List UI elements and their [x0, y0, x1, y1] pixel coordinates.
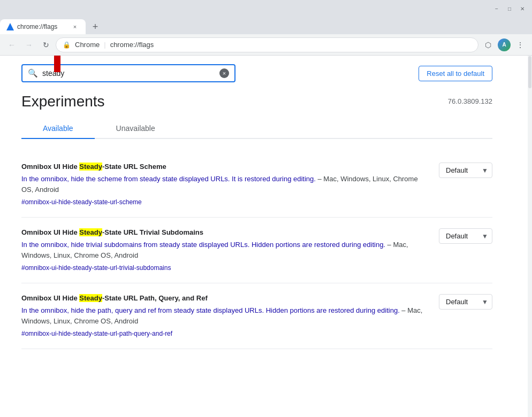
secure-icon: 🔒: [63, 41, 71, 49]
flag-title: Omnibox UI Hide Steady-State URL Scheme: [21, 163, 428, 171]
maximize-button[interactable]: □: [504, 3, 515, 14]
flag-title-highlight: Steady: [79, 163, 102, 171]
scrollbar-thumb[interactable]: [528, 56, 531, 88]
flag-item: Omnibox UI Hide Steady-State URL Path, Q…: [21, 283, 492, 349]
tabs-row: Available Unavailable: [21, 119, 492, 139]
flag-control: Default Enabled Disabled ▼: [439, 163, 492, 178]
tab-favicon-icon: [6, 23, 14, 30]
flag-desc-blue: In the omnibox, hide trivial subdomains …: [21, 241, 385, 249]
flag-description: In the omnibox, hide trivial subdomains …: [21, 240, 428, 260]
arrow-shaft: [54, 56, 60, 72]
red-arrow-annotation: [51, 56, 64, 72]
menu-icon: ⋮: [516, 41, 524, 49]
extensions-icon: ⬡: [485, 41, 491, 49]
flag-control: Default Enabled Disabled ▼: [439, 294, 492, 310]
forward-button[interactable]: →: [21, 37, 36, 52]
flag-desc-blue: In the omnibox, hide the scheme from ste…: [21, 175, 316, 183]
clear-search-button[interactable]: ×: [219, 68, 229, 78]
omnibox[interactable]: 🔒 Chrome | chrome://flags: [56, 37, 478, 52]
active-tab[interactable]: chrome://flags ×: [0, 19, 86, 34]
page-title: Experiments: [21, 93, 105, 110]
flag-description: In the omnibox, hide the path, query and…: [21, 305, 428, 326]
flag-title: Omnibox UI Hide Steady-State URL Trivial…: [21, 228, 428, 236]
flag-link[interactable]: #omnibox-ui-hide-steady-state-url-trivia…: [21, 264, 171, 272]
search-row: 🔍 × Reset all to default: [21, 64, 492, 82]
tab-bar: chrome://flags × +: [0, 17, 532, 34]
flag-dropdown[interactable]: Default Enabled Disabled: [439, 228, 492, 244]
dropdown-wrap: Default Enabled Disabled ▼: [439, 228, 492, 244]
new-tab-button[interactable]: +: [88, 19, 103, 34]
tab-title: chrome://flags: [17, 23, 67, 30]
tab-available[interactable]: Available: [21, 119, 95, 139]
avatar: A: [498, 38, 511, 51]
flag-title-suffix: -State URL Trivial Subdomains: [102, 228, 203, 236]
flag-item: Omnibox UI Hide Steady-State URL Trivial…: [21, 218, 492, 283]
scrollbar[interactable]: [528, 56, 532, 417]
nav-actions: ⬡ A ⋮: [481, 37, 528, 52]
flag-link[interactable]: #omnibox-ui-hide-steady-state-url-path-q…: [21, 330, 172, 337]
tab-unavailable[interactable]: Unavailable: [95, 119, 177, 139]
extensions-button[interactable]: ⬡: [481, 37, 496, 52]
version-text: 76.0.3809.132: [448, 97, 492, 105]
window-controls: − □ ✕: [491, 3, 528, 14]
back-button[interactable]: ←: [4, 37, 19, 52]
search-container: 🔍 ×: [21, 64, 235, 82]
flag-dropdown[interactable]: Default Enabled Disabled: [439, 294, 492, 310]
flag-info: Omnibox UI Hide Steady-State URL Path, Q…: [21, 294, 428, 338]
omnibox-divider: |: [104, 41, 105, 49]
dropdown-wrap: Default Enabled Disabled ▼: [439, 294, 492, 310]
flag-item: Omnibox UI Hide Steady-State URL Scheme …: [21, 152, 492, 218]
profile-button[interactable]: A: [497, 37, 512, 52]
search-icon: 🔍: [28, 68, 38, 78]
reset-all-button[interactable]: Reset all to default: [419, 66, 492, 81]
minimize-button[interactable]: −: [491, 3, 502, 14]
content-area: 🔍 × Reset all to default Experiments 76.…: [0, 56, 514, 358]
menu-button[interactable]: ⋮: [513, 37, 528, 52]
search-input[interactable]: [42, 69, 215, 78]
flag-title-prefix: Omnibox UI Hide: [21, 294, 79, 302]
flag-info: Omnibox UI Hide Steady-State URL Scheme …: [21, 163, 428, 206]
reload-button[interactable]: ↻: [39, 37, 54, 52]
flag-desc-blue: In the omnibox, hide the path, query and…: [21, 306, 400, 314]
flag-title-highlight: Steady: [79, 228, 102, 236]
flag-title-highlight: Steady: [79, 294, 102, 302]
flag-dropdown[interactable]: Default Enabled Disabled: [439, 163, 492, 178]
nav-bar: ← → ↻ 🔒 Chrome | chrome://flags ⬡ A ⋮: [0, 34, 532, 56]
title-bar: − □ ✕: [0, 0, 532, 17]
flag-control: Default Enabled Disabled ▼: [439, 228, 492, 244]
flag-info: Omnibox UI Hide Steady-State URL Trivial…: [21, 228, 428, 272]
page-header: Experiments 76.0.3809.132: [21, 93, 492, 110]
flag-title: Omnibox UI Hide Steady-State URL Path, Q…: [21, 294, 428, 302]
flag-title-suffix: -State URL Scheme: [102, 163, 166, 171]
flag-description: In the omnibox, hide the scheme from ste…: [21, 174, 428, 195]
dropdown-wrap: Default Enabled Disabled ▼: [439, 163, 492, 178]
omnibox-url: chrome://flags: [110, 41, 154, 49]
main-content: 🔍 × Reset all to default Experiments 76.…: [0, 56, 532, 417]
tab-close-button[interactable]: ×: [71, 22, 79, 31]
close-button[interactable]: ✕: [517, 3, 528, 14]
flag-link[interactable]: #omnibox-ui-hide-steady-state-url-scheme: [21, 198, 142, 206]
flag-title-prefix: Omnibox UI Hide: [21, 228, 79, 236]
flag-title-prefix: Omnibox UI Hide: [21, 163, 79, 171]
omnibox-site-name: Chrome: [75, 41, 100, 49]
flags-list: Omnibox UI Hide Steady-State URL Scheme …: [21, 152, 492, 349]
flag-title-suffix: -State URL Path, Query, and Ref: [102, 294, 208, 302]
